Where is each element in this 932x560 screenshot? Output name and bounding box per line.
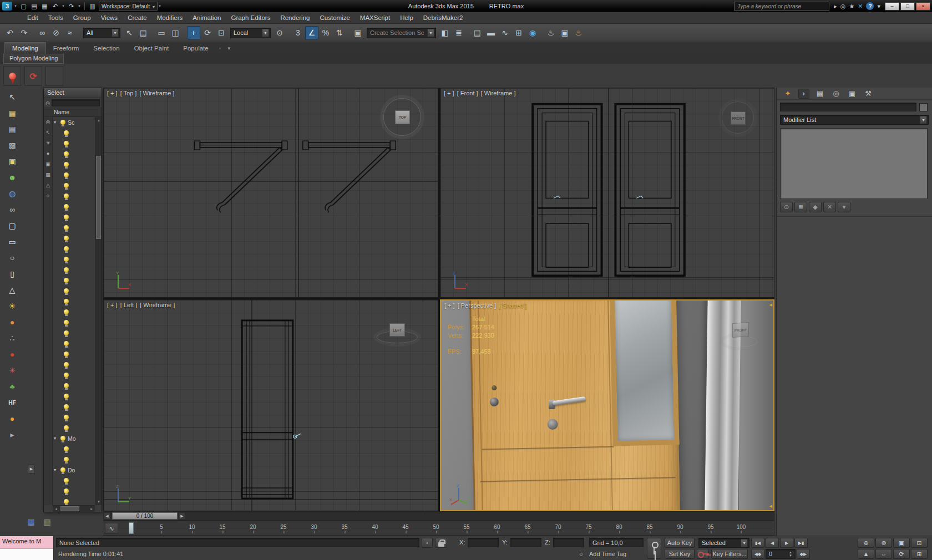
key-mode-button[interactable] xyxy=(697,549,709,559)
time-back-arrow[interactable]: ◀ xyxy=(104,512,110,520)
unlink-icon[interactable]: ⊘ xyxy=(49,26,63,39)
maximize-viewport-icon[interactable]: ⊞ xyxy=(911,549,928,559)
workspace-dropdown[interactable]: Workspace: Default xyxy=(99,2,158,11)
menu-help[interactable]: Help xyxy=(395,12,418,24)
spinner-snap-icon[interactable]: ⇅ xyxy=(333,26,346,39)
open-file-icon[interactable]: ▤ xyxy=(29,2,39,11)
time-slider[interactable]: ◀ 0 / 100 ▶ xyxy=(103,511,774,521)
uv-checker-icon[interactable]: ▦ xyxy=(6,107,19,119)
flyout-expand-button[interactable]: ▶ xyxy=(28,465,35,474)
scene-object-row[interactable] xyxy=(53,170,95,180)
infocenter-search[interactable] xyxy=(734,2,829,11)
viewport-general-menu[interactable]: [ + ] xyxy=(444,302,455,309)
scrollbar-thumb[interactable] xyxy=(96,156,101,239)
tab-object-paint[interactable]: Object Paint xyxy=(127,43,176,54)
modifier-stack[interactable] xyxy=(780,128,928,199)
viewcube[interactable]: FRONT xyxy=(723,317,759,350)
scene-object-row[interactable] xyxy=(53,444,95,454)
y-coordinate-field[interactable] xyxy=(510,538,541,547)
notification-button[interactable]: ◦ xyxy=(422,538,433,548)
menu-maxscript[interactable]: MAXScript xyxy=(355,12,395,24)
se-shapes-filter-icon[interactable]: ▣ xyxy=(45,161,50,167)
material-editor-icon[interactable]: ◉ xyxy=(526,26,539,39)
redo-dropdown-icon[interactable]: ▾ xyxy=(77,2,82,11)
scroll-left-icon[interactable]: ◂ xyxy=(53,506,59,512)
bind-spacewarp-icon[interactable]: ≈ xyxy=(63,26,77,39)
debrismaker2-button[interactable]: ⟳ xyxy=(24,66,42,86)
scene-object-row[interactable] xyxy=(53,201,95,212)
frame-tick-75[interactable]: 75 xyxy=(585,524,591,530)
make-unique-icon[interactable]: ◆ xyxy=(809,202,822,212)
select-move-icon[interactable]: + xyxy=(187,26,200,39)
viewport-general-menu[interactable]: [ + ] xyxy=(107,90,118,96)
pin-stack-icon[interactable]: ⊙ xyxy=(780,202,793,212)
scene-object-row[interactable] xyxy=(53,454,95,465)
viewport-shading-menu[interactable]: [ Shaded ] xyxy=(499,302,526,309)
frame-tick-85[interactable]: 85 xyxy=(646,524,652,530)
frame-ruler[interactable]: 5101520253035404550556065707580859095100 xyxy=(103,521,774,535)
circle-primitive-icon[interactable]: ○ xyxy=(6,252,19,264)
viewport-pov-menu[interactable]: [ Top ] xyxy=(120,90,137,96)
red-sphere-icon[interactable]: ● xyxy=(6,348,19,360)
scene-object-row[interactable] xyxy=(53,243,95,254)
scroll-down-icon[interactable]: ▾ xyxy=(95,498,102,505)
viewcube-face[interactable]: FRONT xyxy=(731,111,746,125)
viewcube-face[interactable]: FRONT xyxy=(732,322,749,338)
scene-object-row[interactable] xyxy=(53,264,95,275)
ribbon-toggle-icon[interactable]: ▬ xyxy=(484,26,498,39)
link-tool-icon[interactable]: ∞ xyxy=(6,203,19,216)
selection-filter-dropdown[interactable]: All xyxy=(83,28,120,38)
grid-tool-icon[interactable]: ▩ xyxy=(6,139,19,151)
curve-editor-icon[interactable]: ∿ xyxy=(498,26,511,39)
scene-explorer-title[interactable]: Select xyxy=(44,88,102,98)
viewport-left[interactable]: [ + ] [ Left ] [ Wireframe ] xyxy=(103,299,438,511)
zoom-all-icon[interactable]: ⊛ xyxy=(875,538,892,548)
scene-object-row[interactable] xyxy=(53,412,95,422)
redo-icon[interactable]: ↷ xyxy=(67,2,76,11)
vertical-scrollbar[interactable]: ▴ ▾ xyxy=(95,117,102,505)
viewport-shading-menu[interactable]: [ Wireframe ] xyxy=(481,90,516,96)
listener-line[interactable] xyxy=(0,548,53,560)
capsule-primitive-icon[interactable]: ▭ xyxy=(6,236,19,248)
viewcube[interactable]: LEFT xyxy=(377,319,419,345)
rect-selection-region-icon[interactable]: ▭ xyxy=(155,26,168,39)
se-helpers-filter-icon[interactable]: △ xyxy=(46,182,50,188)
app-logo-icon[interactable]: 3 xyxy=(2,2,12,11)
frame-tick-80[interactable]: 80 xyxy=(616,524,622,530)
go-to-start-button[interactable]: ▮◀ xyxy=(751,538,764,548)
grid-array-icon[interactable]: ▦ xyxy=(24,516,38,528)
mirror-icon[interactable]: ◧ xyxy=(438,26,452,39)
frame-tick-70[interactable]: 70 xyxy=(555,524,561,530)
time-slider-handle[interactable]: 0 / 100 xyxy=(112,512,178,520)
expand-arrow-icon[interactable]: ▾ xyxy=(54,120,58,125)
select-object-icon[interactable]: ↖ xyxy=(123,26,136,39)
layer-manager-icon[interactable]: ▤ xyxy=(470,26,484,39)
cursor-tool-icon[interactable]: ↖ xyxy=(6,91,19,103)
scene-object-row[interactable] xyxy=(53,233,95,243)
search-input[interactable] xyxy=(735,3,829,9)
previous-frame-button[interactable]: ◀ xyxy=(766,538,779,548)
align-icon[interactable]: ≣ xyxy=(452,26,465,39)
schematic-view-icon[interactable]: ⊞ xyxy=(512,26,525,39)
help-icon[interactable]: ? xyxy=(866,2,874,10)
scene-object-row[interactable] xyxy=(53,401,95,412)
redo-icon[interactable]: ↷ xyxy=(17,26,31,39)
ribbon-minimize-icon[interactable]: ▾ xyxy=(225,43,234,54)
scene-object-row[interactable] xyxy=(53,222,95,233)
scrollbar-thumb[interactable] xyxy=(60,506,79,511)
zoom-extents-all-icon[interactable]: ⊡ xyxy=(911,538,928,548)
current-frame-field[interactable]: 0 ▲▼ xyxy=(766,549,796,559)
maximize-button[interactable]: □ xyxy=(900,2,915,11)
flyout-arrow-icon[interactable]: ▸ xyxy=(6,429,19,441)
frame-tick-10[interactable]: 10 xyxy=(189,524,195,530)
go-to-end-button[interactable]: ▶▮ xyxy=(794,538,808,548)
viewport-front[interactable]: [ + ] [ Front ] [ Wireframe ] xyxy=(440,88,774,298)
menu-edit[interactable]: Edit xyxy=(22,12,43,24)
object-color-swatch[interactable] xyxy=(919,103,928,111)
create-tab[interactable]: ✦ xyxy=(782,89,793,99)
edit-named-selections-icon[interactable]: ▣ xyxy=(351,26,364,39)
expand-arrow-icon[interactable]: ▾ xyxy=(54,436,58,441)
favorites-star-icon[interactable]: ★ xyxy=(849,3,854,10)
pan-icon[interactable]: ⇔ xyxy=(875,549,892,559)
z-coordinate-field[interactable] xyxy=(553,538,584,547)
